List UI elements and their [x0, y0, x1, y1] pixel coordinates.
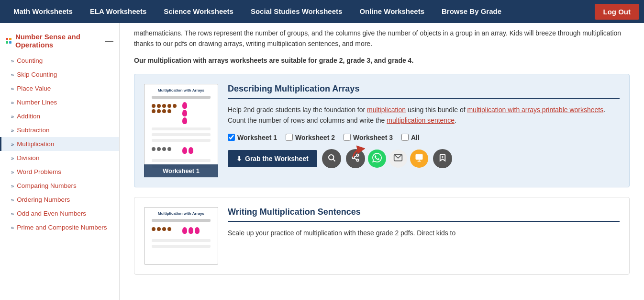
sidebar-item-comparing[interactable]: » Comparing Numbers — [0, 179, 119, 193]
search-icon — [327, 153, 336, 164]
sidebar-label: Prime and Composite Numbers — [17, 224, 107, 231]
worksheet-checkboxes: Worksheet 1 Worksheet 2 Worksheet 3 All — [228, 134, 620, 141]
whatsapp-button[interactable] — [368, 150, 386, 168]
sidebar-label: Division — [17, 154, 39, 162]
intro-bold: Our multiplication with arrays worksheet… — [134, 57, 630, 64]
chevron-icon: » — [11, 72, 14, 78]
link-mult-sentence[interactable]: multiplication sentence — [387, 116, 455, 124]
checkbox-ws2[interactable]: Worksheet 2 — [286, 134, 335, 141]
sidebar-section-title: Number Sense and Operations — — [0, 33, 119, 54]
chevron-icon: » — [11, 100, 14, 105]
sidebar-label: Multiplication — [17, 140, 54, 148]
chevron-icon: » — [11, 155, 14, 161]
chevron-icon: » — [11, 197, 14, 203]
nav-social[interactable]: Social Studies Worksheets — [242, 0, 351, 23]
logout-button[interactable]: Log Out — [595, 4, 639, 20]
sidebar-item-ordering[interactable]: » Ordering Numbers — [0, 193, 119, 207]
chevron-icon: » — [11, 183, 14, 189]
card2-title: Writing Multiplication Sentences — [228, 207, 620, 222]
share-popout — [346, 149, 428, 168]
chevron-icon: » — [11, 169, 14, 175]
download-icon: ⬇ — [236, 155, 242, 162]
sidebar-label: Ordering Numbers — [17, 196, 70, 203]
nav-online[interactable]: Online Worksheets — [351, 0, 433, 23]
sidebar-item-subtraction[interactable]: » Subtraction — [0, 123, 119, 137]
card2-description: Scale up your practice of multiplication… — [228, 228, 620, 238]
sidebar-item-number-lines[interactable]: » Number Lines — [0, 95, 119, 109]
grid-icon — [6, 38, 11, 44]
sidebar-item-division[interactable]: » Division — [0, 151, 119, 165]
sidebar-item-word-problems[interactable]: » Word Problems — [0, 165, 119, 179]
checkbox-ws3-label: Worksheet 3 — [353, 134, 393, 141]
nav-grade[interactable]: Browse By Grade — [433, 0, 510, 23]
chevron-icon: » — [11, 127, 14, 133]
svg-point-9 — [417, 155, 419, 157]
checkbox-all-input[interactable] — [401, 134, 409, 141]
bookmark-icon — [438, 153, 447, 164]
card1-description: Help 2nd grade students lay the foundati… — [228, 104, 620, 126]
chevron-icon: » — [11, 58, 14, 64]
sidebar-item-odd-even[interactable]: » Odd and Even Numbers — [0, 207, 119, 220]
main-nav: Math Worksheets ELA Worksheets Science W… — [0, 0, 644, 23]
grab-btn-label: Grab the Worksheet — [245, 155, 309, 162]
worksheet-thumbnail-1[interactable]: Multiplication with Arrays — [144, 84, 218, 177]
checkbox-ws1[interactable]: Worksheet 1 — [228, 134, 277, 141]
red-arrow-indicator — [351, 145, 365, 161]
email-button[interactable] — [389, 150, 407, 168]
classroom-icon — [414, 153, 424, 164]
sidebar-item-counting[interactable]: » Counting — [0, 54, 119, 68]
checkbox-ws3[interactable]: Worksheet 3 — [344, 134, 393, 141]
chevron-icon: » — [11, 211, 14, 217]
link-arrays-worksheets[interactable]: multiplication with arrays printable wor… — [467, 106, 603, 114]
checkbox-ws2-label: Worksheet 2 — [295, 134, 335, 141]
classroom-button[interactable] — [410, 150, 428, 168]
sidebar-label: Addition — [17, 113, 40, 120]
chevron-icon: » — [11, 141, 14, 147]
link-multiplication[interactable]: multiplication — [367, 106, 406, 114]
intro-text: mathematicians. The rows represent the n… — [134, 23, 630, 57]
worksheet-card-2: Multiplication with Arrays — [134, 197, 630, 275]
card1-content: Describing Multiplication Arrays Help 2n… — [228, 84, 620, 177]
checkbox-ws1-input[interactable] — [228, 134, 235, 141]
sidebar: Number Sense and Operations — » Counting… — [0, 23, 120, 300]
sidebar-item-place-value[interactable]: » Place Value — [0, 81, 119, 95]
checkbox-ws3-input[interactable] — [344, 134, 351, 141]
checkbox-all[interactable]: All — [401, 134, 420, 141]
sidebar-item-addition[interactable]: » Addition — [0, 109, 119, 123]
nav-ela[interactable]: ELA Worksheets — [81, 0, 155, 23]
thumb-image: Multiplication with Arrays — [144, 84, 218, 177]
svg-point-0 — [329, 155, 334, 160]
thumb-label-1: Worksheet 1 — [144, 164, 218, 177]
sidebar-label: Counting — [17, 57, 43, 64]
search-button[interactable] — [322, 149, 341, 168]
main-content: mathematicians. The rows represent the n… — [120, 23, 644, 300]
svg-line-1 — [333, 159, 335, 161]
sidebar-title-text: Number Sense and Operations — [15, 33, 105, 49]
sidebar-item-prime-composite[interactable]: » Prime and Composite Numbers — [0, 220, 119, 234]
checkbox-ws1-label: Worksheet 1 — [237, 134, 277, 141]
worksheet-thumbnail-2[interactable]: Multiplication with Arrays — [144, 207, 218, 265]
bookmark-button[interactable] — [433, 149, 452, 168]
nav-math[interactable]: Math Worksheets — [5, 0, 81, 23]
sidebar-label: Place Value — [17, 85, 51, 92]
card1-title: Describing Multiplication Arrays — [228, 84, 620, 99]
sidebar-label: Word Problems — [17, 168, 61, 175]
chevron-icon: » — [11, 114, 14, 119]
sidebar-label: Number Lines — [17, 99, 57, 106]
chevron-icon: » — [11, 225, 14, 231]
checkbox-ws2-input[interactable] — [286, 134, 293, 141]
whatsapp-icon — [372, 153, 382, 164]
grab-worksheet-button[interactable]: ⬇ Grab the Worksheet — [228, 150, 317, 167]
worksheet-card-1: Multiplication with Arrays — [134, 74, 630, 187]
sidebar-item-multiplication[interactable]: » Multiplication — [0, 137, 119, 151]
svg-point-10 — [420, 155, 421, 157]
nav-science[interactable]: Science Worksheets — [155, 0, 242, 23]
sidebar-label: Comparing Numbers — [17, 182, 77, 189]
page-layout: Number Sense and Operations — » Counting… — [0, 23, 644, 300]
share-sub-actions — [368, 150, 428, 168]
sidebar-item-skip-counting[interactable]: » Skip Counting — [0, 68, 119, 81]
card2-content: Writing Multiplication Sentences Scale u… — [228, 207, 620, 265]
collapse-icon[interactable]: — — [105, 36, 113, 46]
sidebar-label: Odd and Even Numbers — [17, 210, 86, 217]
card1-actions: ⬇ Grab the Worksheet — [228, 149, 620, 168]
